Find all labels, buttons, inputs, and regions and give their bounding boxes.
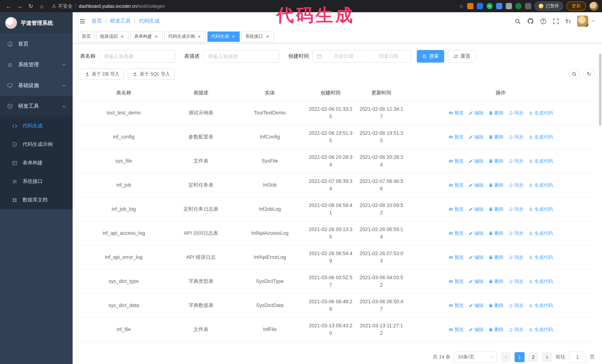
delete-link[interactable]: 删除 <box>488 326 504 333</box>
sync-link[interactable]: 同步 <box>508 133 524 141</box>
tab-close-icon[interactable]: × <box>231 34 236 39</box>
sync-link[interactable]: 同步 <box>508 254 524 261</box>
sidebar-item-form-builder[interactable]: 表单构建 <box>0 154 73 172</box>
preview-link[interactable]: 预览 <box>448 206 464 213</box>
next-page-button[interactable]: › <box>542 352 552 362</box>
end-date-placeholder[interactable]: 结束日期 <box>370 53 408 60</box>
back-button[interactable]: ← <box>4 1 13 11</box>
breadcrumb-devtools[interactable]: 研发工具 <box>110 18 131 24</box>
generate-code-link[interactable]: 生成代码 <box>528 181 553 189</box>
preview-link[interactable]: 预览 <box>448 254 464 261</box>
generate-code-link[interactable]: 生成代码 <box>528 278 553 285</box>
refresh-button[interactable]: ↻ <box>583 69 595 80</box>
delete-link[interactable]: 删除 <box>488 181 504 189</box>
fullscreen-icon[interactable] <box>553 18 559 24</box>
tab[interactable]: 表单构建 × <box>130 31 163 42</box>
tab[interactable]: 代码生成 × <box>207 31 240 42</box>
tab[interactable]: 系统接口 × <box>242 31 274 42</box>
tab[interactable]: 代码生成示例 × <box>164 31 206 42</box>
start-date-placeholder[interactable]: 开始日期 <box>325 53 363 60</box>
preview-link[interactable]: 预览 <box>448 157 464 165</box>
edit-link[interactable]: 编辑 <box>468 133 484 141</box>
reload-button[interactable]: ↻ <box>26 1 36 11</box>
paused-badge[interactable]: 已暂停 <box>535 1 563 11</box>
generate-code-link[interactable]: 生成代码 <box>528 302 553 309</box>
delete-link[interactable]: 删除 <box>488 109 504 117</box>
delete-link[interactable]: 删除 <box>488 254 504 261</box>
search-icon[interactable] <box>514 18 521 24</box>
table-desc-input[interactable] <box>203 50 279 62</box>
tab-close-icon[interactable]: × <box>265 34 270 39</box>
generate-code-link[interactable]: 生成代码 <box>528 133 553 141</box>
sidebar-item-devtools[interactable]: 研发工具 <box>0 96 73 117</box>
sync-link[interactable]: 同步 <box>508 181 524 189</box>
preview-link[interactable]: 预览 <box>448 326 464 333</box>
delete-link[interactable]: 删除 <box>488 206 504 213</box>
extension-icon[interactable] <box>506 3 512 9</box>
tab-close-icon[interactable]: × <box>197 34 202 39</box>
help-icon[interactable] <box>540 18 546 24</box>
scrollbar-thumb[interactable] <box>599 54 601 126</box>
edit-link[interactable]: 编辑 <box>468 278 484 285</box>
extension-icon[interactable]: V <box>486 3 493 9</box>
edit-link[interactable]: 编辑 <box>468 302 484 309</box>
tab[interactable]: 首页 <box>78 31 95 42</box>
table-name-input[interactable] <box>99 50 175 62</box>
search-button[interactable]: 搜索 <box>417 50 444 62</box>
font-size-icon[interactable]: TT <box>565 18 571 24</box>
app-logo[interactable]: 芋道管理系统 <box>0 12 73 34</box>
chevron-down-icon[interactable] <box>592 19 595 23</box>
sync-link[interactable]: 同步 <box>508 206 524 213</box>
sync-link[interactable]: 同步 <box>508 326 524 333</box>
sync-link[interactable]: 同步 <box>508 302 524 309</box>
tab-close-icon[interactable]: × <box>154 34 159 39</box>
sidebar-item-db-doc[interactable]: 数据库文档 <box>0 191 73 209</box>
user-avatar[interactable] <box>577 16 588 27</box>
sidebar-item-codegen-example[interactable]: 代码生成示例 <box>0 135 73 154</box>
preview-link[interactable]: 预览 <box>448 278 464 285</box>
import-db-button[interactable]: 基于 DB 导入 <box>80 69 124 80</box>
generate-code-link[interactable]: 生成代码 <box>528 326 553 333</box>
generate-code-link[interactable]: 生成代码 <box>528 109 553 117</box>
edit-link[interactable]: 编辑 <box>468 326 484 333</box>
breadcrumb-home[interactable]: 首页 <box>92 18 102 24</box>
generate-code-link[interactable]: 生成代码 <box>528 229 553 237</box>
edit-link[interactable]: 编辑 <box>468 157 484 165</box>
bookmark-star-icon[interactable]: ☆ <box>459 3 464 10</box>
import-sql-button[interactable]: 基于 SQL 导入 <box>128 69 175 80</box>
not-secure-warning[interactable]: ⚠ 不安全 <box>52 3 72 10</box>
sidebar-item-system[interactable]: ⚙ 系统管理 <box>0 54 73 75</box>
toggle-search-button[interactable] <box>569 69 580 80</box>
delete-link[interactable]: 删除 <box>488 157 504 165</box>
extension-icon[interactable] <box>496 3 502 9</box>
browser-profile-avatar[interactable] <box>589 2 598 10</box>
extension-icon[interactable] <box>515 3 522 9</box>
sync-link[interactable]: 同步 <box>508 157 524 165</box>
sidebar-toggle-icon[interactable] <box>79 18 86 24</box>
sync-link[interactable]: 同步 <box>508 229 524 237</box>
extension-icon[interactable] <box>477 3 483 9</box>
address-bar[interactable]: ⚠ 不安全 dashboard.yudao.iocoder.cn/tool/co… <box>52 3 165 10</box>
preview-link[interactable]: 预览 <box>448 229 464 237</box>
page-button-2[interactable]: 2 <box>528 352 538 362</box>
generate-code-link[interactable]: 生成代码 <box>528 254 553 261</box>
puzzle-extension-icon[interactable] <box>525 3 531 9</box>
edit-link[interactable]: 编辑 <box>468 254 484 261</box>
sidebar-item-infra[interactable]: 基础设施 <box>0 75 73 96</box>
sidebar-item-system-api[interactable]: 系统接口 <box>0 172 73 191</box>
delete-link[interactable]: 删除 <box>488 302 504 309</box>
github-icon[interactable] <box>527 18 534 24</box>
page-button-1[interactable]: 1 <box>515 352 525 362</box>
preview-link[interactable]: 预览 <box>448 133 464 141</box>
tab[interactable]: 链路追踪 × <box>96 31 129 42</box>
preview-link[interactable]: 预览 <box>448 181 464 189</box>
edit-link[interactable]: 编辑 <box>468 181 484 189</box>
browser-update-button[interactable]: 更新 <box>566 1 586 11</box>
preview-link[interactable]: 预览 <box>448 109 464 117</box>
preview-link[interactable]: 预览 <box>448 302 464 309</box>
delete-link[interactable]: 删除 <box>488 229 504 237</box>
extension-icon[interactable] <box>467 3 473 9</box>
sidebar-item-codegen[interactable]: 代码生成 <box>0 117 73 135</box>
sidebar-item-home[interactable]: 首页 <box>0 34 73 54</box>
page-size-select[interactable]: 10条/页 <box>454 351 497 363</box>
